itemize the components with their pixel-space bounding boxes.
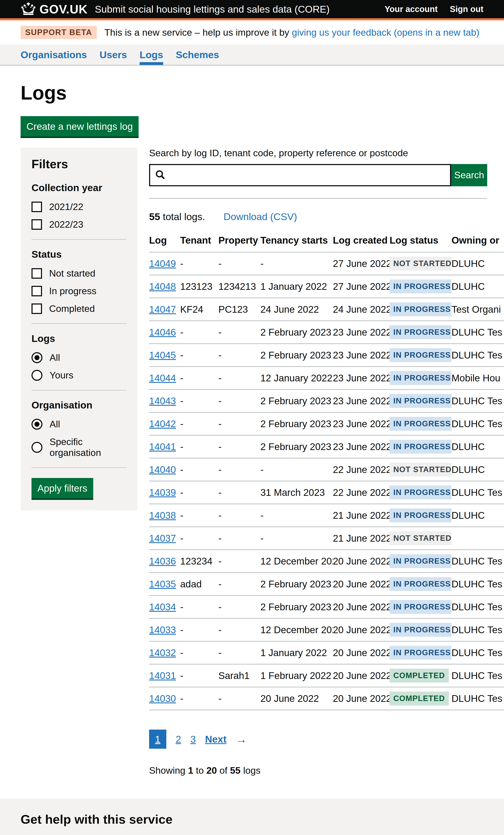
sign-out-link[interactable]: Sign out bbox=[450, 4, 483, 14]
tenant-cell: - bbox=[180, 664, 218, 687]
log-id-link[interactable]: 14034 bbox=[149, 602, 176, 612]
filters-panel: Filters Collection year 2021/22 2022/23 … bbox=[21, 148, 137, 510]
pagination-page-link[interactable]: 2 bbox=[176, 733, 181, 745]
table-row: 14041 - - 2 February 2023 23 June 2022 I… bbox=[149, 435, 504, 458]
pagination-current-page[interactable]: 1 bbox=[149, 730, 166, 749]
log-id-link[interactable]: 14033 bbox=[149, 624, 176, 635]
create-lettings-log-button[interactable]: Create a new lettings log bbox=[21, 116, 139, 137]
radio[interactable] bbox=[32, 352, 42, 363]
total-logs-text: 55 total logs. bbox=[149, 211, 205, 222]
log-id-link[interactable]: 14047 bbox=[149, 304, 176, 315]
checkbox[interactable] bbox=[32, 303, 42, 314]
feedback-link[interactable]: giving us your feedback (opens in a new … bbox=[292, 27, 480, 38]
owning-organisation-cell: DLUHC Tes bbox=[451, 573, 504, 596]
property-cell: PC123 bbox=[218, 298, 260, 321]
tenant-cell: - bbox=[180, 641, 218, 664]
pagination-page-link[interactable]: 3 bbox=[190, 733, 196, 745]
log-id-link[interactable]: 14036 bbox=[149, 556, 176, 567]
pagination-next-link[interactable]: Next bbox=[205, 733, 226, 745]
checkbox-option[interactable]: 2021/22 bbox=[32, 201, 126, 212]
phase-banner-text: This is a new service – help us improve … bbox=[104, 27, 480, 38]
log-id-link[interactable]: 14045 bbox=[149, 350, 176, 361]
log-id-link[interactable]: 14032 bbox=[149, 647, 176, 658]
log-id-link[interactable]: 14038 bbox=[149, 510, 176, 521]
log-created-cell: 20 June 2022 bbox=[333, 687, 389, 710]
property-cell: - bbox=[218, 390, 260, 412]
service-name[interactable]: Submit social housing lettings and sales… bbox=[95, 3, 329, 15]
tenancy-starts-cell: 2 February 2023 bbox=[260, 435, 333, 458]
nav-item[interactable]: Users bbox=[100, 44, 127, 65]
tenancy-starts-cell: 20 June 2022 bbox=[260, 687, 333, 710]
tenancy-starts-cell: 12 December 2021 bbox=[260, 550, 333, 573]
log-id-link[interactable]: 14049 bbox=[149, 258, 176, 269]
log-created-cell: 23 June 2022 bbox=[333, 321, 389, 344]
log-id-link[interactable]: 14041 bbox=[149, 441, 176, 452]
property-cell: - bbox=[218, 687, 260, 710]
owning-organisation-cell: Mobile Hou bbox=[451, 367, 504, 390]
your-account-link[interactable]: Your account bbox=[384, 4, 438, 14]
apply-filters-button[interactable]: Apply filters bbox=[32, 478, 93, 498]
tenancy-starts-cell: - bbox=[260, 252, 333, 275]
radio[interactable] bbox=[32, 419, 42, 430]
owning-organisation-cell: DLUHC Tes bbox=[451, 481, 504, 504]
search-button[interactable]: Search bbox=[451, 164, 487, 186]
tenancy-starts-cell: 24 June 2022 bbox=[260, 298, 333, 321]
nav-item[interactable]: Organisations bbox=[21, 44, 87, 65]
tenant-cell: - bbox=[180, 390, 218, 412]
radio-option[interactable]: All bbox=[32, 419, 126, 430]
tenancy-starts-cell: - bbox=[260, 504, 333, 527]
table-row: 14036 123234 - 12 December 2021 20 June … bbox=[149, 550, 504, 573]
checkbox[interactable] bbox=[32, 219, 42, 230]
checkbox-option[interactable]: Not started bbox=[32, 268, 126, 279]
col-log-status: Log status bbox=[389, 232, 451, 252]
nav-item[interactable]: Schemes bbox=[176, 44, 219, 65]
status-badge: IN PROGRESS bbox=[389, 623, 451, 637]
log-id-link[interactable]: 14030 bbox=[149, 693, 176, 704]
log-created-cell: 20 June 2022 bbox=[333, 550, 389, 573]
search-box bbox=[149, 164, 451, 186]
tenant-cell: - bbox=[180, 435, 218, 458]
property-cell: - bbox=[218, 321, 260, 344]
phase-banner: SUPPORT BETA This is a new service – hel… bbox=[0, 20, 504, 44]
tenant-cell: adad bbox=[180, 573, 218, 596]
property-cell: 1234213 bbox=[218, 275, 260, 298]
checkbox[interactable] bbox=[32, 268, 42, 279]
checkbox-label: In progress bbox=[49, 286, 96, 297]
radio[interactable] bbox=[32, 442, 42, 453]
owning-organisation-cell: DLUHC bbox=[451, 275, 504, 298]
tenancy-starts-cell: 1 January 2022 bbox=[260, 641, 333, 664]
table-row: 14048 123123 1234213 1 January 2022 27 J… bbox=[149, 275, 504, 298]
checkbox-option[interactable]: 2022/23 bbox=[32, 219, 126, 230]
log-id-link[interactable]: 14039 bbox=[149, 487, 176, 498]
radio-option[interactable]: Specific organisation bbox=[32, 436, 126, 458]
govuk-home-link[interactable]: GOV.UK bbox=[21, 2, 87, 16]
footer: Get help with this service Online helpde… bbox=[0, 799, 504, 835]
nav-item[interactable]: Logs bbox=[140, 44, 163, 65]
log-id-link[interactable]: 14042 bbox=[149, 418, 176, 429]
log-id-link[interactable]: 14043 bbox=[149, 395, 176, 406]
log-id-link[interactable]: 14031 bbox=[149, 670, 176, 681]
radio-label: Yours bbox=[49, 370, 73, 381]
search-input[interactable] bbox=[166, 165, 450, 185]
log-created-cell: 23 June 2022 bbox=[333, 435, 389, 458]
tenant-cell: - bbox=[180, 504, 218, 527]
log-id-link[interactable]: 14040 bbox=[149, 464, 176, 475]
log-id-link[interactable]: 14046 bbox=[149, 327, 176, 338]
log-created-cell: 23 June 2022 bbox=[333, 344, 389, 367]
checkbox-option[interactable]: Completed bbox=[32, 303, 126, 314]
tenant-cell: - bbox=[180, 344, 218, 367]
tenancy-starts-cell: - bbox=[260, 527, 333, 550]
status-badge: IN PROGRESS bbox=[389, 280, 451, 293]
search-icon bbox=[155, 169, 166, 181]
log-id-link[interactable]: 14048 bbox=[149, 281, 176, 292]
radio-option[interactable]: Yours bbox=[32, 370, 126, 381]
download-csv-link[interactable]: Download (CSV) bbox=[224, 211, 297, 222]
radio[interactable] bbox=[32, 370, 42, 381]
checkbox-option[interactable]: In progress bbox=[32, 286, 126, 297]
log-id-link[interactable]: 14035 bbox=[149, 578, 176, 590]
log-id-link[interactable]: 14044 bbox=[149, 372, 176, 384]
log-id-link[interactable]: 14037 bbox=[149, 533, 176, 544]
checkbox[interactable] bbox=[32, 202, 42, 212]
radio-option[interactable]: All bbox=[32, 352, 126, 363]
checkbox[interactable] bbox=[32, 286, 42, 296]
